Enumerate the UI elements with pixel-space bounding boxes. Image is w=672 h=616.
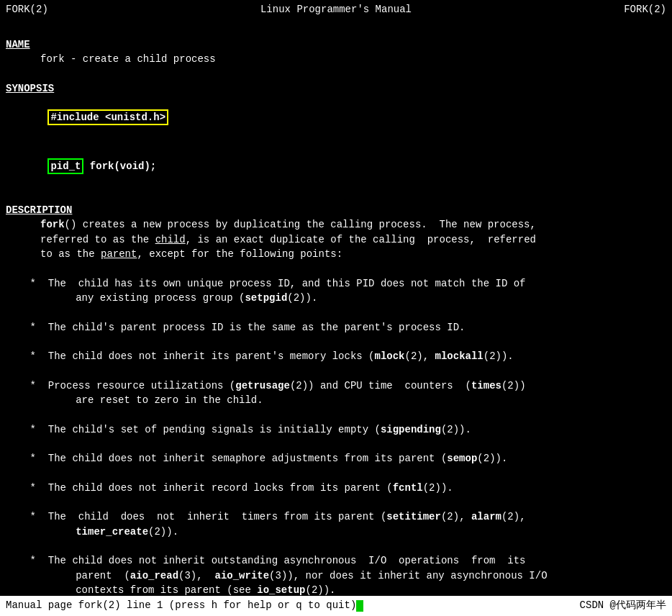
cursor xyxy=(356,600,363,612)
pid-t-highlight: pid_t xyxy=(47,158,83,174)
bullet9-line1: * The child does not inherit outstanding… xyxy=(6,553,666,568)
header-left: FORK(2) xyxy=(6,3,48,17)
bullet9-line2: parent (aio_read(3), aio_write(3)), nor … xyxy=(6,569,666,583)
desc-intro2: referred to as the child, is an exact du… xyxy=(6,232,666,247)
content: NAME fork - create a child process SYNOP… xyxy=(0,20,672,616)
bullet8-line2: timer_create(2)). xyxy=(6,525,666,539)
bullet6-line1: * The child does not inherit semaphore a… xyxy=(6,451,666,466)
include-line: #include <unistd.h> xyxy=(6,96,666,140)
bullet1-line1: * The child has its own unique process I… xyxy=(6,276,666,291)
bullet1-line2: any existing process group (setpgid(2)). xyxy=(6,291,666,305)
include-highlight: #include <unistd.h> xyxy=(47,109,168,125)
bullet3-line1: * The child does not inherit its parent'… xyxy=(6,349,666,363)
desc-intro3: to as the parent, except for the followi… xyxy=(6,247,666,261)
status-bar: Manual page fork(2) line 1 (press h for … xyxy=(0,596,672,616)
bullet2-line1: * The child's parent process ID is the s… xyxy=(6,320,666,335)
prototype-line: pid_t fork(void); xyxy=(6,145,666,189)
name-section-header: NAME xyxy=(6,37,666,52)
synopsis-section-header: SYNOPSIS xyxy=(6,81,666,96)
header-right: FORK(2) xyxy=(624,3,666,17)
status-message: Manual page fork(2) line 1 (press h for … xyxy=(6,599,356,611)
watermark: CSDN @代码两年半 xyxy=(580,599,666,613)
status-text: Manual page fork(2) line 1 (press h for … xyxy=(6,599,363,613)
bullet7-line1: * The child does not inherit record lock… xyxy=(6,481,666,495)
name-content: fork - create a child process xyxy=(6,52,666,66)
bullet4-line1: * Process resource utilizations (getrusa… xyxy=(6,379,666,393)
prototype-suffix: fork(void); xyxy=(83,160,156,172)
bullet8-line1: * The child does not inherit timers from… xyxy=(6,509,666,524)
terminal: FORK(2) Linux Programmer's Manual FORK(2… xyxy=(0,0,672,616)
bullet4-line2: are reset to zero in the child. xyxy=(6,393,666,407)
header-center: Linux Programmer's Manual xyxy=(260,3,412,17)
description-section-header: DESCRIPTION xyxy=(6,203,666,217)
bullet5-line1: * The child's set of pending signals is … xyxy=(6,422,666,437)
desc-intro1: fork() creates a new process by duplicat… xyxy=(6,217,666,232)
header: FORK(2) Linux Programmer's Manual FORK(2… xyxy=(0,0,672,20)
